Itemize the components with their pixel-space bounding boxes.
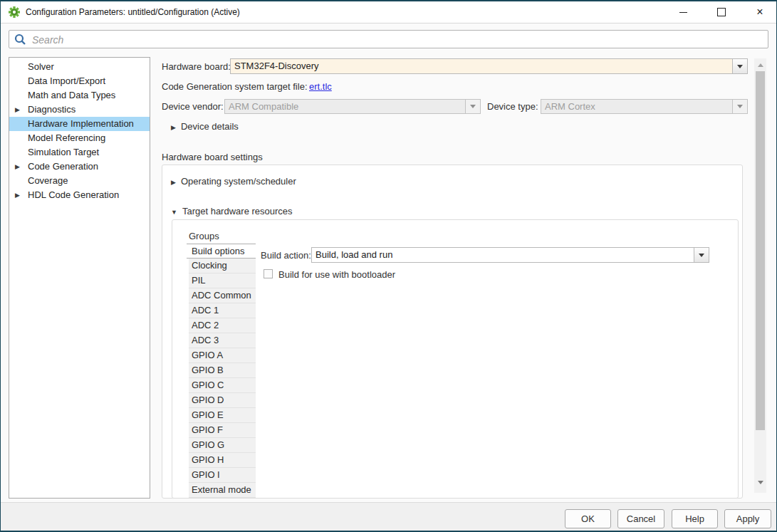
- build-action-value: Build, load and run: [312, 248, 694, 262]
- hardware-board-combo[interactable]: STM32F4-Discovery: [230, 58, 748, 74]
- group-item-gpio-a[interactable]: GPIO A: [189, 348, 256, 363]
- group-item-clocking[interactable]: Clocking: [189, 259, 256, 273]
- config-tree-sidebar: Solver Data Import/Export Math and Data …: [9, 57, 150, 499]
- close-button[interactable]: ×: [753, 6, 766, 19]
- search-icon: [14, 33, 26, 48]
- groups-label: Groups: [189, 231, 219, 241]
- cancel-button[interactable]: Cancel: [617, 509, 664, 528]
- group-item-gpio-b[interactable]: GPIO B: [189, 363, 256, 378]
- expand-arrow-icon[interactable]: ▶: [15, 188, 24, 202]
- dialog-footer: OK Cancel Help Apply: [0, 502, 777, 532]
- maximize-icon: [717, 8, 726, 16]
- collapsed-arrow-icon: ▶: [171, 179, 176, 186]
- minimize-icon: [679, 12, 687, 13]
- os-scheduler-toggle[interactable]: ▶Operating system/scheduler: [171, 176, 296, 187]
- apply-button[interactable]: Apply: [724, 509, 771, 528]
- group-item-adc-1[interactable]: ADC 1: [189, 303, 256, 318]
- device-type-value: ARM Cortex: [541, 100, 732, 113]
- sidebar-item-simulation-target[interactable]: Simulation Target: [9, 145, 150, 160]
- build-action-label: Build action:: [261, 250, 311, 261]
- group-item-adc-common[interactable]: ADC Common: [189, 288, 256, 303]
- device-vendor-combo: ARM Compatible: [224, 99, 481, 114]
- dropdown-arrow-icon: [737, 65, 743, 68]
- scroll-down-button[interactable]: [754, 477, 766, 487]
- groups-list: Build options Clocking PIL ADC Common AD…: [189, 244, 256, 498]
- search-input[interactable]: [31, 31, 765, 48]
- hardware-board-value: STM32F4-Discovery: [231, 59, 732, 73]
- sidebar-item-hdl-code-generation[interactable]: ▶ HDL Code Generation: [9, 188, 150, 202]
- scrollbar-thumb[interactable]: [756, 71, 765, 430]
- maximize-button[interactable]: [715, 6, 728, 19]
- bootloader-checkbox[interactable]: [264, 269, 273, 278]
- collapsed-arrow-icon: ▶: [171, 124, 176, 131]
- vertical-scrollbar[interactable]: [754, 58, 766, 493]
- help-button[interactable]: Help: [672, 509, 718, 528]
- sidebar-item-math-and-data-types[interactable]: Math and Data Types: [9, 88, 150, 103]
- group-item-gpio-d[interactable]: GPIO D: [189, 393, 256, 408]
- group-item-adc-3[interactable]: ADC 3: [189, 333, 256, 348]
- minimize-button[interactable]: [677, 6, 689, 19]
- bootloader-checkbox-label[interactable]: Build for use with bootloader: [278, 269, 395, 280]
- group-item-gpio-e[interactable]: GPIO E: [189, 408, 256, 423]
- scroll-down-arrow-icon: [758, 481, 763, 484]
- scroll-up-button[interactable]: [754, 60, 766, 70]
- group-item-gpio-i[interactable]: GPIO I: [189, 468, 256, 483]
- dropdown-arrow-icon: [699, 254, 704, 257]
- sidebar-item-solver[interactable]: Solver: [9, 60, 150, 74]
- device-vendor-label: Device vendor:: [162, 101, 224, 112]
- os-scheduler-label: Operating system/scheduler: [181, 176, 296, 187]
- device-vendor-value: ARM Compatible: [225, 100, 465, 113]
- dropdown-button[interactable]: [694, 248, 709, 262]
- title-bar: Configuration Parameters: untitled/Confi…: [1, 1, 776, 24]
- group-item-gpio-h[interactable]: GPIO H: [189, 453, 256, 468]
- build-action-combo[interactable]: Build, load and run: [311, 247, 709, 263]
- sidebar-item-hardware-implementation[interactable]: Hardware Implementation: [9, 117, 150, 131]
- group-item-adc-2[interactable]: ADC 2: [189, 318, 256, 333]
- device-type-label: Device type:: [487, 101, 538, 112]
- device-type-combo: ARM Cortex: [541, 99, 748, 114]
- group-item-gpio-f[interactable]: GPIO F: [189, 423, 256, 438]
- close-icon: ×: [756, 6, 763, 18]
- group-item-build-options[interactable]: Build options: [187, 244, 256, 259]
- sidebar-item-data-import-export[interactable]: Data Import/Export: [9, 74, 150, 88]
- group-item-pil[interactable]: PIL: [189, 273, 256, 288]
- expand-arrow-icon[interactable]: ▶: [15, 160, 24, 174]
- ok-button[interactable]: OK: [565, 509, 611, 528]
- window-title: Configuration Parameters: untitled/Confi…: [26, 7, 240, 17]
- sidebar-item-coverage[interactable]: Coverage: [9, 174, 150, 188]
- target-hw-resources-label: Target hardware resources: [182, 206, 293, 217]
- group-item-gpio-c[interactable]: GPIO C: [189, 378, 256, 393]
- simulink-config-icon: [9, 6, 20, 18]
- dropdown-button: [732, 100, 747, 113]
- scroll-up-arrow-icon: [758, 63, 763, 67]
- sidebar-item-model-referencing[interactable]: Model Referencing: [9, 131, 150, 145]
- device-details-toggle[interactable]: ▶Device details: [171, 121, 239, 132]
- sidebar-item-diagnostics[interactable]: ▶ Diagnostics: [9, 103, 150, 117]
- expand-arrow-icon[interactable]: ▶: [15, 103, 24, 117]
- target-file-label: Code Generation system target file:: [162, 81, 308, 92]
- device-details-label: Device details: [181, 121, 239, 132]
- dropdown-arrow-icon: [470, 105, 476, 108]
- target-hw-resources-toggle[interactable]: ▼Target hardware resources: [171, 206, 293, 217]
- sidebar-item-code-generation[interactable]: ▶ Code Generation: [9, 160, 150, 174]
- dropdown-arrow-icon: [737, 105, 743, 108]
- board-settings-title: Hardware board settings: [162, 152, 263, 162]
- dropdown-button: [465, 100, 480, 113]
- hardware-board-label: Hardware board:: [162, 61, 231, 72]
- group-item-gpio-g[interactable]: GPIO G: [189, 438, 256, 453]
- search-bar: [9, 30, 768, 48]
- target-file-link[interactable]: ert.tlc: [309, 81, 332, 92]
- dropdown-button[interactable]: [732, 59, 747, 73]
- group-item-external-mode[interactable]: External mode: [189, 483, 256, 498]
- expanded-arrow-icon: ▼: [171, 209, 177, 216]
